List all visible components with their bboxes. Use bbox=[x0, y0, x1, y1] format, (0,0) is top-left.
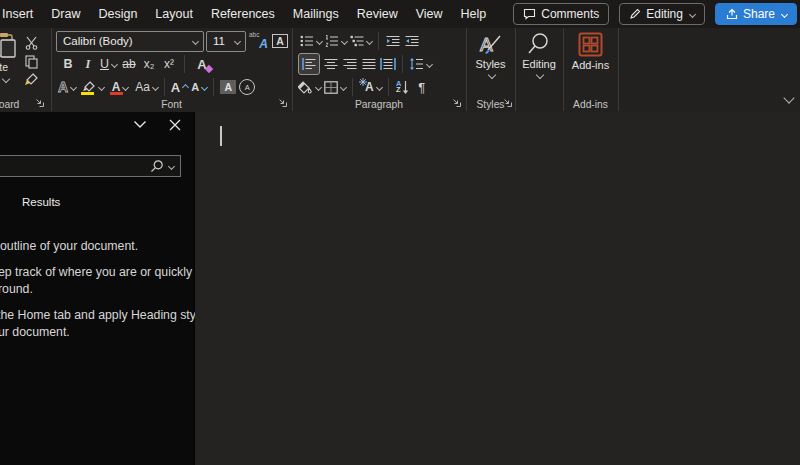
borders-icon[interactable] bbox=[324, 77, 346, 97]
tab-insert[interactable]: Insert bbox=[0, 7, 42, 21]
strikethrough-button[interactable]: ab bbox=[121, 54, 137, 74]
share-button[interactable]: Share bbox=[715, 3, 797, 25]
justify-button[interactable] bbox=[361, 54, 377, 74]
font-size-value: 11 bbox=[213, 35, 225, 47]
menu-bar: Insert Draw Design Layout References Mai… bbox=[0, 0, 800, 28]
nav-search-input[interactable] bbox=[0, 160, 150, 172]
numbering-icon[interactable] bbox=[325, 31, 347, 51]
font-dialog-launcher[interactable] bbox=[277, 97, 288, 108]
ribbon-tabs: Insert Draw Design Layout References Mai… bbox=[0, 0, 495, 28]
group-editing: Editing bbox=[515, 28, 564, 111]
format-painter-icon[interactable] bbox=[23, 70, 39, 90]
shading-icon[interactable] bbox=[298, 77, 321, 97]
addins-button[interactable]: Add-ins bbox=[563, 28, 618, 71]
editing-button[interactable]: Editing bbox=[515, 28, 563, 78]
nav-tab-results[interactable]: Results bbox=[22, 194, 60, 211]
document-canvas[interactable] bbox=[195, 112, 800, 465]
text-effects-icon[interactable]: A bbox=[58, 77, 76, 97]
group-paragraph: A AZ ¶ Paragraph bbox=[292, 28, 467, 111]
group-clipboard: ste board bbox=[0, 28, 52, 111]
nav-hint-line: ep track of where you are or quickly bbox=[0, 264, 192, 281]
nav-search-box[interactable] bbox=[0, 155, 181, 177]
subscript-button[interactable]: x₂ bbox=[141, 54, 157, 74]
collapse-ribbon-chevron[interactable] bbox=[783, 92, 794, 103]
paste-label[interactable]: ste bbox=[0, 61, 8, 73]
underline-button[interactable]: U bbox=[100, 54, 117, 74]
share-label: Share bbox=[743, 7, 775, 21]
group-addins: Add-ins Add-ins bbox=[563, 28, 619, 111]
tab-help[interactable]: Help bbox=[452, 7, 496, 21]
pane-collapse-chevron[interactable] bbox=[133, 120, 147, 129]
font-color-icon[interactable]: A bbox=[108, 77, 132, 97]
word-window: Insert Draw Design Layout References Mai… bbox=[0, 0, 800, 465]
character-border-icon[interactable]: A bbox=[272, 31, 288, 51]
chevron-down-icon bbox=[487, 71, 495, 79]
decrease-indent-icon[interactable] bbox=[385, 31, 401, 51]
line-spacing-icon[interactable] bbox=[409, 54, 432, 74]
tab-review[interactable]: Review bbox=[348, 7, 407, 21]
character-shading-icon[interactable]: A bbox=[220, 77, 236, 97]
pane-close-icon[interactable] bbox=[169, 119, 181, 131]
chevron-down-icon bbox=[366, 37, 373, 44]
bold-button[interactable]: B bbox=[60, 54, 76, 74]
text-highlight-icon[interactable] bbox=[79, 77, 105, 97]
font-size-combo[interactable]: 11 bbox=[206, 31, 246, 52]
phonetic-guide-icon[interactable]: abc A bbox=[248, 31, 270, 51]
clipboard-dialog-launcher[interactable] bbox=[34, 97, 45, 108]
increase-indent-icon[interactable] bbox=[404, 31, 420, 51]
clear-formatting-icon[interactable]: A bbox=[192, 54, 212, 74]
cut-icon[interactable] bbox=[23, 33, 39, 53]
enclose-characters-icon[interactable]: A bbox=[239, 77, 255, 97]
search-options-chevron[interactable] bbox=[168, 162, 175, 169]
italic-button[interactable]: I bbox=[80, 54, 96, 74]
group-styles: A Styles Styles bbox=[466, 28, 516, 111]
comments-button[interactable]: Comments bbox=[513, 3, 609, 25]
chevron-down-icon bbox=[98, 83, 105, 90]
superscript-button[interactable]: x² bbox=[161, 54, 177, 74]
addins-group-label: Add-ins bbox=[563, 99, 618, 110]
bullets-icon[interactable] bbox=[300, 31, 322, 51]
nav-hint-line: ur document. bbox=[0, 324, 70, 341]
tab-view[interactable]: View bbox=[407, 7, 452, 21]
paste-dropdown-chevron[interactable] bbox=[2, 75, 10, 83]
tab-layout[interactable]: Layout bbox=[146, 7, 202, 21]
text-cursor bbox=[220, 126, 222, 146]
chevron-down-icon bbox=[111, 60, 118, 67]
nav-hint-line: the Home tab and apply Heading styles bbox=[0, 307, 212, 324]
align-center-button[interactable] bbox=[323, 54, 339, 74]
tab-design[interactable]: Design bbox=[89, 7, 146, 21]
nav-hint-line: round. bbox=[0, 281, 33, 298]
distributed-button[interactable] bbox=[380, 54, 396, 74]
tab-mailings[interactable]: Mailings bbox=[284, 7, 348, 21]
chevron-down-icon bbox=[781, 10, 788, 17]
shrink-font-icon[interactable]: A bbox=[191, 77, 207, 97]
change-case-icon[interactable]: Aa bbox=[135, 77, 158, 97]
align-left-button[interactable] bbox=[298, 53, 320, 75]
show-hide-marks-icon[interactable]: ¶ bbox=[414, 77, 430, 97]
share-icon bbox=[725, 8, 738, 20]
styles-dialog-launcher[interactable] bbox=[502, 97, 513, 108]
grow-font-icon[interactable]: A bbox=[171, 77, 188, 97]
chevron-down-icon bbox=[152, 83, 159, 90]
chevron-down-icon bbox=[315, 83, 322, 90]
copy-icon[interactable] bbox=[23, 52, 39, 72]
sort-icon[interactable]: AZ bbox=[395, 77, 411, 97]
chevron-down-icon bbox=[122, 83, 129, 90]
addins-grid-icon bbox=[578, 32, 603, 57]
paste-icon[interactable] bbox=[0, 32, 17, 59]
align-right-button[interactable] bbox=[342, 54, 358, 74]
search-icon[interactable] bbox=[150, 159, 164, 173]
chevron-down-icon bbox=[234, 37, 241, 44]
paragraph-dialog-launcher[interactable] bbox=[451, 97, 462, 108]
styles-button-label: Styles bbox=[476, 58, 506, 70]
pencil-icon bbox=[629, 8, 641, 20]
tab-draw[interactable]: Draw bbox=[42, 7, 89, 21]
font-name-combo[interactable]: Calibri (Body) bbox=[56, 31, 204, 52]
multilevel-list-icon[interactable] bbox=[350, 31, 372, 51]
find-magnifier-icon bbox=[527, 32, 551, 56]
styles-button[interactable]: A Styles bbox=[466, 28, 515, 78]
paragraph-group-label: Paragraph bbox=[292, 99, 466, 110]
tab-references[interactable]: References bbox=[202, 7, 284, 21]
asian-layout-icon[interactable]: A bbox=[359, 77, 382, 97]
editing-mode-button[interactable]: Editing bbox=[619, 3, 705, 25]
